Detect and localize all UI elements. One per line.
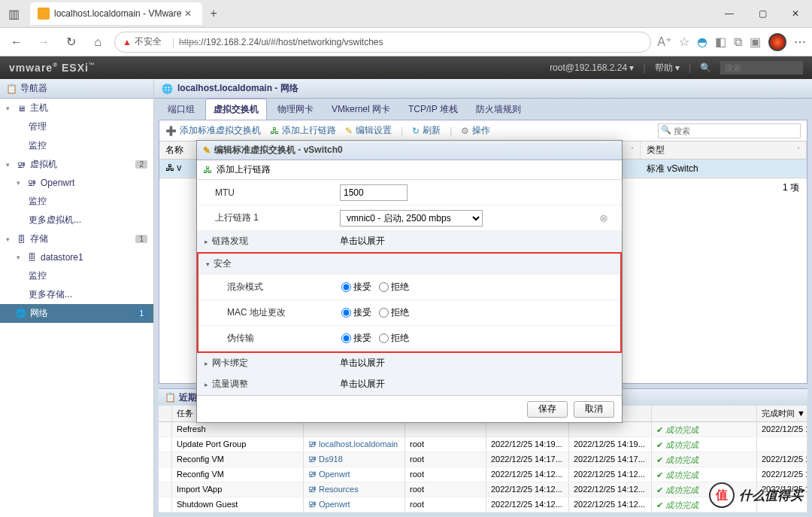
cancel-button[interactable]: 取消 [574, 401, 614, 418]
new-tab-button[interactable]: + [202, 7, 224, 20]
tabs: 端口组 虚拟交换机 物理网卡 VMkernel 网卡 TCP/IP 堆栈 防火墙… [154, 99, 812, 120]
nav-storage[interactable]: ▾🗄存储1 [0, 230, 153, 248]
ext1-icon[interactable]: ◓ [697, 35, 707, 49]
user-menu[interactable]: root@192.168.2.24 ▾ [550, 62, 634, 73]
modal-footer: 保存 取消 [197, 395, 622, 422]
nic-teaming-section[interactable]: ▸网卡绑定 单击以展开 [197, 353, 622, 374]
refresh-button[interactable]: ↻ [60, 32, 81, 53]
vswitch-icon: 🖧 [165, 163, 174, 173]
forged-reject[interactable]: 拒绝 [379, 332, 409, 345]
url-bar[interactable]: ▲ 不安全 | https://192.168.2.24/ui/#/host/n… [114, 32, 651, 53]
mac-accept[interactable]: 接受 [341, 306, 371, 319]
tab-physical-nics[interactable]: 物理网卡 [270, 99, 321, 120]
tab-vmkernel-nics[interactable]: VMkernel 网卡 [324, 99, 398, 120]
vmware-logo: vmware® ESXi™ [9, 62, 95, 74]
profile-avatar[interactable] [768, 33, 786, 51]
uplink1-select[interactable]: vmnic0 - 启动, 2500 mbps [340, 210, 483, 227]
search-icon: 🔍 [700, 62, 711, 73]
close-tab-icon[interactable]: ✕ [181, 8, 195, 19]
gear-icon: ⚙ [461, 126, 469, 136]
storage-icon: 🗄 [15, 233, 27, 245]
promiscuous-row: 混杂模式 接受 拒绝 [198, 275, 620, 300]
close-window-button[interactable]: ✕ [779, 2, 812, 25]
forged-accept[interactable]: 接受 [341, 332, 371, 345]
security-section[interactable]: ▾安全 [198, 254, 620, 275]
add-uplink-button[interactable]: 添加上行链路 [217, 163, 271, 176]
nav-more-vm[interactable]: 更多虚拟机... [0, 211, 153, 230]
toolbar: ➕添加标准虚拟交换机 🖧添加上行链路 ✎编辑设置 | ↻刷新 | ⚙操作 [159, 120, 807, 141]
nav-more-storage[interactable]: 更多存储... [0, 285, 153, 304]
refresh-icon: ↻ [412, 126, 420, 136]
task-row[interactable]: Update Port Group🖳 localhost.localdomain… [159, 437, 807, 452]
edit-vswitch-modal: ✎编辑标准虚拟交换机 - vSwitch0 🖧 添加上行链路 MTU 上行链路 … [196, 140, 623, 423]
watermark-text: 什么值得买 [739, 487, 803, 504]
nav-datastore1[interactable]: ▾🗄datastore1 [0, 248, 153, 266]
nav-vms[interactable]: ▾🖳虚拟机2 [0, 155, 153, 174]
task-row[interactable]: Reconfig VM🖳 Ds918root2022/12/25 14:17..… [159, 452, 807, 467]
favorite-icon[interactable]: ☆ [679, 35, 689, 49]
clear-uplink-icon[interactable]: ⊗ [599, 212, 608, 224]
save-button[interactable]: 保存 [527, 401, 568, 418]
browser-address-bar: ← → ↻ ⌂ ▲ 不安全 | https://192.168.2.24/ui/… [0, 28, 812, 56]
uplink1-label: 上行链路 1 [197, 211, 340, 224]
tab-tcpip[interactable]: TCP/IP 堆栈 [401, 99, 465, 120]
vm-item-icon: 🖳 [26, 177, 38, 189]
uplink-icon: 🖧 [270, 126, 279, 136]
navigator-header: 📋 导航器 [0, 79, 153, 99]
tab-title: localhost.localdomain - VMware [54, 8, 181, 19]
home-button[interactable]: ⌂ [87, 32, 108, 53]
network-icon: 🌐 [162, 84, 173, 94]
edit-icon: ✎ [345, 126, 353, 136]
add-uplink-button[interactable]: 🖧添加上行链路 [270, 124, 336, 137]
host-icon: 🖥 [15, 102, 27, 114]
nav-openwrt[interactable]: ▾🖳Openwrt [0, 174, 153, 192]
insecure-label: 不安全 [135, 35, 162, 48]
reading-icon[interactable]: A⁺ [657, 35, 671, 49]
vm-icon: 🖳 [15, 159, 27, 171]
nav-monitor[interactable]: 监控 [0, 136, 153, 155]
col-type[interactable]: 类型˅ [641, 141, 807, 159]
tab-favicon [38, 8, 50, 20]
mac-change-row: MAC 地址更改 接受 拒绝 [198, 300, 620, 326]
nav-manage[interactable]: 管理 [0, 117, 153, 136]
traffic-shaping-section[interactable]: ▸流量调整 单击以展开 [197, 374, 622, 395]
mtu-label: MTU [197, 187, 340, 198]
datastore-icon: 🗄 [26, 251, 38, 263]
help-menu[interactable]: 帮助 ▾ [655, 62, 680, 75]
task-row[interactable]: Reconfig VM🖳 Openwrtroot2022/12/25 14:12… [159, 467, 807, 482]
browser-tab[interactable]: localhost.localdomain - VMware ✕ [30, 2, 202, 25]
network-icon: 🌐 [15, 308, 27, 320]
nav-host[interactable]: ▾🖥主机 [0, 99, 153, 117]
mtu-input[interactable] [340, 184, 408, 201]
promiscuous-reject[interactable]: 拒绝 [379, 281, 409, 293]
add-vswitch-button[interactable]: ➕添加标准虚拟交换机 [165, 124, 261, 137]
promiscuous-accept[interactable]: 接受 [341, 281, 371, 293]
link-discovery-section[interactable]: ▸链路发现 单击以展开 [197, 231, 622, 252]
tabs-menu-icon[interactable]: ▥ [0, 0, 27, 27]
ext2-icon[interactable]: ◧ [715, 35, 726, 49]
modal-toolbar: 🖧 添加上行链路 [197, 160, 622, 180]
forged-row: 伪传输 接受 拒绝 [198, 326, 620, 351]
nav-openwrt-monitor[interactable]: 监控 [0, 192, 153, 211]
edit-settings-button[interactable]: ✎编辑设置 [345, 124, 392, 137]
browser-tab-bar: ▥ localhost.localdomain - VMware ✕ + ― ▢… [0, 0, 812, 28]
watermark: 值 什么值得买 [709, 482, 803, 508]
forward-button[interactable]: → [33, 32, 54, 53]
minimize-button[interactable]: ― [713, 2, 746, 25]
tab-firewall[interactable]: 防火墙规则 [468, 99, 529, 120]
task-row[interactable]: Refresh✔ 成功完成2022/12/25 14:19... [159, 422, 807, 437]
back-button[interactable]: ← [6, 32, 27, 53]
table-search-input[interactable] [658, 123, 801, 138]
maximize-button[interactable]: ▢ [746, 2, 779, 25]
nav-datastore-monitor[interactable]: 监控 [0, 266, 153, 285]
collections-icon[interactable]: ⧉ [734, 35, 742, 49]
actions-button[interactable]: ⚙操作 [461, 124, 490, 137]
ext3-icon[interactable]: ▣ [750, 35, 761, 49]
mac-reject[interactable]: 拒绝 [379, 306, 409, 319]
tab-portgroups[interactable]: 端口组 [160, 99, 202, 120]
nav-network[interactable]: ▾🌐网络1 [0, 304, 153, 323]
refresh-button[interactable]: ↻刷新 [412, 124, 441, 137]
tab-vswitches[interactable]: 虚拟交换机 [205, 99, 267, 120]
menu-icon[interactable]: ⋯ [794, 35, 806, 49]
header-search-input[interactable] [720, 61, 803, 75]
